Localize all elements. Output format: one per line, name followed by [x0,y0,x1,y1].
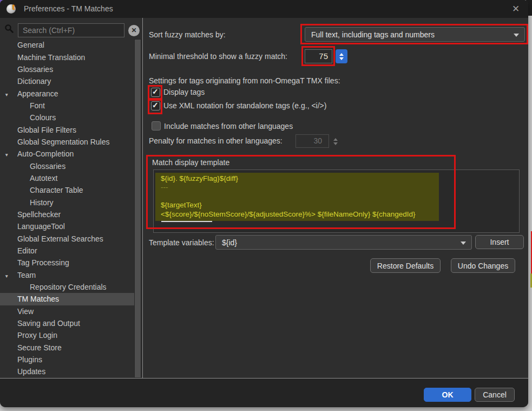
include-other-languages-label: Include matches from other languages [164,122,293,131]
sidebar-item[interactable]: History [0,196,134,208]
sidebar-item-label: Global File Filters [17,126,76,134]
sidebar-item[interactable]: Glossaries [0,63,134,75]
sidebar-item[interactable]: Spellchecker [0,208,134,220]
sidebar-item-label: Updates [17,367,45,376]
panel-divider [142,18,143,378]
template-line: ${id}. ${fuzzyFlag}${diff} [161,174,434,183]
ok-button[interactable]: OK [424,388,471,402]
sidebar-item-label: Appearance [17,89,58,98]
sidebar-item[interactable]: TM Matches [0,293,134,305]
template-line: ${targetText} [161,201,434,210]
collapse-arrow-icon[interactable] [4,272,11,278]
sidebar-item[interactable]: Autotext [0,172,134,184]
display-tags-label: Display tags [163,88,205,96]
sidebar-item-label: Colours [30,113,56,122]
threshold-label: Minimal threshold to show a fuzzy match: [149,52,287,61]
include-other-languages-checkbox[interactable] [152,121,161,131]
sidebar-item[interactable]: Glossaries [0,160,134,172]
sidebar-item[interactable]: Updates [0,366,134,377]
collapse-arrow-icon[interactable] [4,90,11,97]
sidebar-item[interactable]: Secure Store [0,342,134,354]
penalty-label: Penalty for matches in other languages: [149,136,283,145]
display-tags-checkbox[interactable] [151,88,160,97]
sort-label: Sort fuzzy matches by: [149,30,226,39]
omegat-app-icon: t [6,3,19,16]
preferences-tree: General Machine Translation Glossaries D… [0,39,134,378]
sidebar-item-label: LanguageTool [17,222,65,231]
template-variables-label: Template variables: [149,238,214,247]
sidebar-item-label: Global External Searches [17,234,103,243]
sidebar-item-label: Repository Credentials [30,283,107,291]
cancel-button[interactable]: Cancel [475,388,515,402]
search-input[interactable] [18,23,124,37]
sidebar-item[interactable]: Colours [0,112,134,123]
template-variables-dropdown[interactable]: ${id} [215,235,472,250]
xml-notation-checkbox[interactable] [151,101,160,110]
spinner-up-icon[interactable] [339,53,344,56]
threshold-input[interactable]: 75 [305,49,332,63]
sidebar-item[interactable]: LanguageTool [0,220,134,232]
sidebar-item-label: Dictionary [17,77,51,86]
sidebar-item-label: Glossaries [30,162,65,171]
sidebar-item-label: Font [30,101,45,110]
sidebar-item[interactable]: Plugins [0,354,134,366]
sidebar-item-label: TM Matches [17,295,59,303]
threshold-spinner[interactable] [336,49,347,63]
sidebar-item-label: Editor [17,246,37,255]
sidebar-item-label: General [17,41,44,49]
sidebar-item-label: Plugins [17,355,42,364]
sidebar-item[interactable]: Font [0,100,134,112]
dialog-footer: OK Cancel [0,378,528,407]
sidebar-item-label: Character Table [30,186,83,194]
sidebar-item[interactable]: Global External Searches [0,233,134,245]
restore-defaults-button[interactable]: Restore Defaults [370,258,441,273]
sort-fuzzy-matches-dropdown[interactable]: Full text, including tags and numbers [305,27,525,42]
template-group-title: Match display template [152,158,229,167]
sidebar-item-label: Team [17,271,36,279]
chevron-down-icon [514,34,519,37]
spinner-down-icon[interactable] [339,57,344,60]
search-icon [4,24,14,34]
sidebar-item[interactable]: View [0,305,134,317]
sidebar-item[interactable]: Proxy Login [0,329,134,341]
sidebar-item-label: Autotext [30,174,57,182]
template-line: <${score}/${noStemScore}/${adjustedScore… [161,210,434,219]
sidebar-item-label: View [17,307,34,316]
preferences-dialog: t Preferences - TM Matches ✕ ✕ General [0,0,528,407]
template-underline [161,221,212,222]
omegat-t-icon: t [12,2,15,12]
sidebar-item-label: Secure Store [17,343,62,352]
sidebar-item[interactable]: Global Segmentation Rules [0,136,134,148]
match-template-editor[interactable]: ${id}. ${fuzzyFlag}${diff} --- ${targetT… [153,169,520,233]
sidebar-item-label: Spellchecker [17,210,61,219]
spinner-down-icon [333,142,338,145]
sidebar-scrollbar[interactable] [134,39,141,378]
sidebar-item[interactable]: Tag Processing [0,257,134,269]
sidebar-item[interactable]: Saving and Output [0,317,134,329]
screenshot-page: t Preferences - TM Matches ✕ ✕ General [0,0,532,411]
penalty-input: 30 [295,134,329,148]
title-bar[interactable]: t Preferences - TM Matches ✕ [0,0,528,18]
sidebar-item-label: Global Segmentation Rules [17,138,109,146]
insert-button[interactable]: Insert [475,235,524,249]
sidebar-item[interactable]: Auto-Completion [0,148,134,160]
sidebar-item[interactable]: Team [0,269,134,281]
sidebar-item[interactable]: Global File Filters [0,123,134,135]
sidebar-item-label: History [30,198,54,207]
sidebar-item[interactable]: Repository Credentials [0,281,134,293]
sidebar-item[interactable]: Appearance [0,87,134,99]
sidebar-item[interactable]: Editor [0,245,134,257]
undo-changes-button[interactable]: Undo Changes [451,258,515,273]
close-icon[interactable]: ✕ [508,1,524,17]
xml-notation-label: Use XML notation for standalone tags (e.… [163,101,326,110]
clear-search-icon[interactable]: ✕ [128,25,140,36]
collapse-arrow-icon[interactable] [4,151,11,157]
spinner-up-icon [333,138,338,141]
sidebar-item[interactable]: Dictionary [0,75,134,87]
sidebar-item[interactable]: General [0,39,134,51]
penalty-spinner [332,136,339,147]
sidebar-item[interactable]: Character Table [0,184,134,196]
sidebar-item-label: Glossaries [17,65,53,74]
scrollbar-thumb[interactable] [135,40,141,377]
sidebar-item[interactable]: Machine Translation [0,51,134,63]
